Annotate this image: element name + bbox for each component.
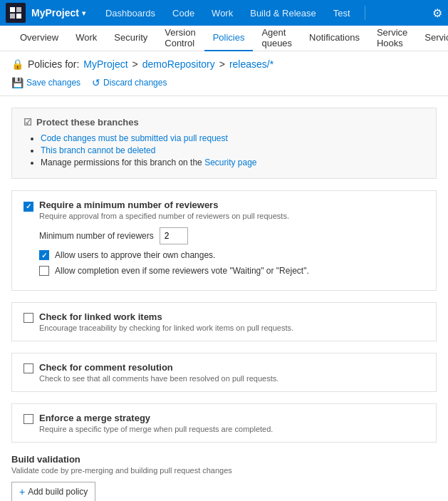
tab-agent-queues[interactable]: Agent queues — [253, 26, 301, 51]
min-reviewers-checkbox[interactable] — [24, 202, 33, 212]
merge-strategy-title: Enforce a merge strategy — [39, 413, 424, 423]
save-label: Save changes — [26, 78, 80, 88]
allow-self-approve-label: Allow users to approve their own changes… — [55, 250, 215, 260]
min-reviewers-input-label: Minimum number of reviewers — [39, 231, 154, 241]
build-validation-section: Build validation Validate code by pre-me… — [11, 454, 437, 501]
app-logo — [6, 3, 26, 23]
min-reviewers-header: Require a minimum number of reviewers Re… — [24, 200, 424, 220]
comment-resolution-checkbox-wrap — [24, 363, 33, 376]
top-navigation: MyProject ▾ Dashboards Code Work Build &… — [0, 0, 448, 26]
allow-self-approve-option: Allow users to approve their own changes… — [39, 250, 424, 260]
save-icon: 💾 — [11, 77, 24, 88]
protect-items-list: Code changes must be submitted via pull … — [41, 133, 424, 167]
list-item: This branch cannot be deleted — [41, 145, 424, 155]
comment-resolution-desc: Check to see that all comments have been… — [39, 374, 424, 383]
save-changes-button[interactable]: 💾 Save changes — [11, 74, 80, 91]
comment-resolution-header: Check for comment resolution Check to se… — [24, 362, 424, 383]
min-reviewers-desc: Require approval from a specified number… — [39, 212, 424, 220]
plus-icon: + — [19, 486, 25, 497]
nav-separator — [365, 6, 365, 20]
min-reviewers-checkbox-wrap — [24, 201, 33, 212]
linked-work-items-checkbox-wrap — [24, 313, 33, 325]
discard-changes-button[interactable]: ↺ Discard changes — [92, 74, 167, 91]
tab-overview[interactable]: Overview — [11, 26, 67, 51]
tab-version-control[interactable]: Version Control — [156, 26, 204, 51]
svg-rect-0 — [10, 7, 15, 12]
list-item: Code changes must be submitted via pull … — [41, 133, 424, 143]
protect-title: ☑ Protect these branches — [24, 117, 424, 128]
tab-notifications[interactable]: Notifications — [301, 26, 368, 51]
project-name[interactable]: MyProject ▾ — [31, 7, 85, 19]
tab-policies[interactable]: Policies — [204, 26, 254, 51]
breadcrumb-repo[interactable]: demoRepository — [142, 58, 215, 70]
allow-completion-option: Allow completion even if some reviewers … — [39, 266, 424, 276]
merge-strategy-checkbox[interactable] — [24, 414, 33, 424]
discard-icon: ↺ — [92, 77, 100, 88]
page-header: 🔒 Policies for: MyProject > demoReposito… — [0, 51, 448, 96]
linked-work-items-info: Check for linked work items Encourage tr… — [39, 311, 424, 332]
protect-item-2[interactable]: This branch cannot be deleted — [41, 145, 155, 155]
tab-work[interactable]: Work — [67, 26, 105, 51]
comment-resolution-policy: Check for comment resolution Check to se… — [11, 353, 437, 392]
protect-branches-section: ☑ Protect these branches Code changes mu… — [11, 108, 437, 179]
min-reviewers-info: Require a minimum number of reviewers Re… — [39, 200, 424, 220]
comment-resolution-title: Check for comment resolution — [39, 362, 424, 373]
top-nav-work[interactable]: Work — [203, 0, 241, 26]
linked-work-items-title: Check for linked work items — [39, 311, 424, 322]
security-page-link[interactable]: Security page — [204, 157, 256, 167]
breadcrumb-branch[interactable]: releases/* — [229, 58, 274, 70]
breadcrumb-label: Policies for: — [28, 58, 79, 70]
allow-self-approve-checkbox[interactable] — [39, 250, 49, 260]
protect-title-text: Protect these branches — [36, 117, 139, 128]
merge-strategy-header: Enforce a merge strategy Require a speci… — [24, 413, 424, 433]
lock-icon: 🔒 — [11, 58, 24, 70]
comment-resolution-checkbox[interactable] — [24, 363, 33, 373]
merge-strategy-checkbox-wrap — [24, 414, 33, 426]
merge-strategy-info: Enforce a merge strategy Require a speci… — [39, 413, 424, 433]
svg-rect-3 — [16, 14, 21, 19]
svg-rect-1 — [16, 7, 21, 12]
top-nav-dashboards[interactable]: Dashboards — [97, 0, 164, 26]
protect-item-1[interactable]: Code changes must be submitted via pull … — [41, 133, 228, 143]
main-content: ☑ Protect these branches Code changes mu… — [0, 96, 448, 501]
min-reviewers-sub-options: Minimum number of reviewers Allow users … — [39, 227, 424, 276]
allow-completion-label: Allow completion even if some reviewers … — [55, 266, 309, 276]
min-reviewers-input[interactable] — [160, 227, 188, 244]
protect-check-icon: ☑ — [24, 117, 32, 128]
allow-completion-checkbox[interactable] — [39, 266, 49, 276]
breadcrumb: 🔒 Policies for: MyProject > demoReposito… — [11, 58, 437, 70]
breadcrumb-sep2: > — [219, 58, 225, 70]
top-nav-code[interactable]: Code — [164, 0, 203, 26]
add-build-policy-label: Add build policy — [28, 487, 88, 497]
comment-resolution-info: Check for comment resolution Check to se… — [39, 362, 424, 383]
project-dropdown-icon: ▾ — [82, 9, 85, 17]
discard-label: Discard changes — [103, 78, 167, 88]
build-validation-desc: Validate code by pre-merging and buildin… — [11, 466, 437, 475]
second-navigation: Overview Work Security Version Control P… — [0, 26, 448, 51]
merge-strategy-policy: Enforce a merge strategy Require a speci… — [11, 403, 437, 443]
min-reviewers-policy: Require a minimum number of reviewers Re… — [11, 190, 437, 291]
tab-security[interactable]: Security — [105, 26, 156, 51]
tab-services[interactable]: Services — [416, 26, 448, 51]
settings-icon[interactable]: ⚙ — [432, 6, 442, 20]
top-nav-test[interactable]: Test — [325, 0, 359, 26]
merge-strategy-desc: Require a specific type of merge when pu… — [39, 425, 424, 433]
breadcrumb-sep1: > — [132, 58, 138, 70]
min-reviewers-title: Require a minimum number of reviewers — [39, 200, 424, 210]
build-validation-title: Build validation — [11, 454, 437, 465]
header-actions: 💾 Save changes ↺ Discard changes — [11, 74, 437, 91]
add-build-policy-button[interactable]: + Add build policy — [11, 482, 95, 501]
linked-work-items-checkbox[interactable] — [24, 313, 33, 323]
min-reviewers-input-row: Minimum number of reviewers — [39, 227, 424, 244]
tab-service-hooks[interactable]: Service Hooks — [368, 26, 416, 51]
list-item: Manage permissions for this branch on th… — [41, 157, 424, 167]
linked-work-items-desc: Encourage traceability by checking for l… — [39, 324, 424, 332]
breadcrumb-project[interactable]: MyProject — [83, 58, 127, 70]
top-nav-links: Dashboards Code Work Build & Release Tes… — [97, 0, 359, 26]
linked-work-items-policy: Check for linked work items Encourage tr… — [11, 302, 437, 341]
top-nav-build-release[interactable]: Build & Release — [241, 0, 325, 26]
svg-rect-2 — [10, 14, 15, 19]
linked-work-items-header: Check for linked work items Encourage tr… — [24, 311, 424, 332]
